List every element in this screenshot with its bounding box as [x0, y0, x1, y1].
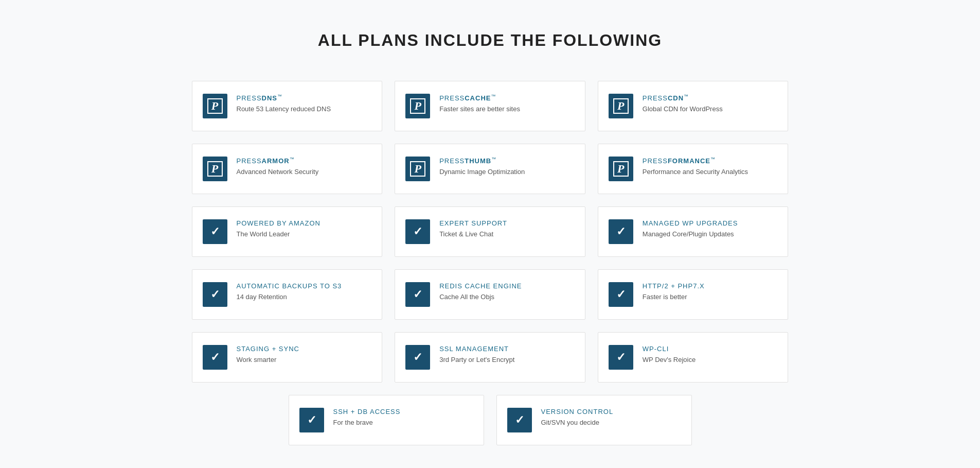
check-icon-wp-cli: ✓ — [609, 345, 633, 370]
check-icon-automatic-backups: ✓ — [203, 282, 227, 307]
feature-title-automatic-backups: AUTOMATIC BACKUPS TO S3 — [237, 282, 342, 290]
feature-card-ssh-db-access: ✓ SSH + DB ACCESS For the brave — [289, 395, 484, 445]
feature-desc-presscache: Faster sites are better sites — [439, 105, 520, 113]
feature-desc-automatic-backups: 14 day Retention — [237, 293, 342, 301]
feature-card-version-control: ✓ VERSION CONTROL Git/SVN you decide — [496, 395, 692, 445]
feature-card-pressformance: P PRESSFORMANCE™ Performance and Securit… — [598, 144, 789, 194]
feature-desc-pressthumb: Dynamic Image Optimization — [439, 168, 525, 176]
feature-title-wp-cli: WP-CLI — [643, 345, 696, 353]
feature-card-expert-support: ✓ EXPERT SUPPORT Ticket & Live Chat — [395, 206, 585, 257]
feature-title-ssh-db-access: SSH + DB ACCESS — [333, 408, 401, 415]
feature-card-http2-php7: ✓ HTTP/2 + PHP7.X Faster is better — [598, 269, 789, 320]
feature-title-expert-support: EXPERT SUPPORT — [439, 219, 507, 227]
feature-card-managed-wp-upgrades: ✓ MANAGED WP UPGRADES Managed Core/Plugi… — [598, 206, 789, 257]
feature-card-staging-sync: ✓ STAGING + SYNC Work smarter — [192, 332, 383, 383]
check-icon-version-control: ✓ — [507, 408, 532, 432]
check-icon-http2-php7: ✓ — [609, 282, 633, 307]
feature-title-staging-sync: STAGING + SYNC — [237, 345, 299, 353]
feature-title-pressthumb: PRESSTHUMB™ — [439, 157, 525, 165]
feature-desc-wp-cli: WP Dev's Rejoice — [643, 356, 696, 363]
feature-desc-managed-wp-upgrades: Managed Core/Plugin Updates — [643, 230, 738, 238]
feature-card-powered-by-amazon: ✓ POWERED BY AMAZON The World Leader — [192, 206, 383, 257]
feature-desc-expert-support: Ticket & Live Chat — [439, 230, 507, 238]
press-icon-pressformance: P — [609, 157, 633, 181]
feature-card-wp-cli: ✓ WP-CLI WP Dev's Rejoice — [598, 332, 789, 383]
press-icon-presscdn: P — [609, 94, 633, 118]
check-icon-redis-cache: ✓ — [405, 282, 430, 307]
feature-card-presscdn: P PRESSCDN™ Global CDN for WordPress — [598, 81, 789, 131]
check-icon-ssl-management: ✓ — [405, 345, 430, 370]
check-icon-ssh-db-access: ✓ — [299, 408, 324, 432]
feature-card-pressarmor: P PRESSARMOR™ Advanced Network Security — [192, 144, 383, 194]
check-icon-staging-sync: ✓ — [203, 345, 227, 370]
feature-desc-powered-by-amazon: The World Leader — [237, 230, 320, 238]
press-icon-pressdns: P — [203, 94, 227, 118]
feature-desc-http2-php7: Faster is better — [643, 293, 705, 301]
feature-card-automatic-backups: ✓ AUTOMATIC BACKUPS TO S3 14 day Retenti… — [192, 269, 383, 320]
feature-card-pressthumb: P PRESSTHUMB™ Dynamic Image Optimization — [395, 144, 585, 194]
feature-desc-ssl-management: 3rd Party or Let's Encrypt — [439, 356, 514, 363]
feature-desc-pressformance: Performance and Security Analytics — [643, 168, 748, 176]
check-icon-powered-by-amazon: ✓ — [203, 219, 227, 244]
feature-title-http2-php7: HTTP/2 + PHP7.X — [643, 282, 705, 290]
feature-title-presscdn: PRESSCDN™ — [643, 94, 723, 102]
feature-title-pressarmor: PRESSARMOR™ — [237, 157, 319, 165]
feature-desc-redis-cache: Cache All the Objs — [439, 293, 522, 301]
feature-desc-ssh-db-access: For the brave — [333, 419, 401, 426]
feature-title-version-control: VERSION CONTROL — [541, 408, 614, 415]
feature-card-presscache: P PRESSCACHE™ Faster sites are better si… — [395, 81, 585, 131]
press-icon-pressarmor: P — [203, 157, 227, 181]
press-icon-presscache: P — [405, 94, 430, 118]
feature-title-redis-cache: REDIS CACHE ENGINE — [439, 282, 522, 290]
check-icon-expert-support: ✓ — [405, 219, 430, 244]
feature-card-redis-cache: ✓ REDIS CACHE ENGINE Cache All the Objs — [395, 269, 585, 320]
feature-desc-staging-sync: Work smarter — [237, 356, 299, 363]
feature-title-powered-by-amazon: POWERED BY AMAZON — [237, 219, 320, 227]
feature-title-managed-wp-upgrades: MANAGED WP UPGRADES — [643, 219, 738, 227]
feature-title-presscache: PRESSCACHE™ — [439, 94, 520, 102]
feature-card-ssl-management: ✓ SSL MANAGEMENT 3rd Party or Let's Encr… — [395, 332, 585, 383]
feature-card-pressdns: P PRESSDNS™ Route 53 Latency reduced DNS — [192, 81, 383, 131]
press-icon-pressthumb: P — [405, 157, 430, 181]
feature-desc-presscdn: Global CDN for WordPress — [643, 105, 723, 113]
feature-title-pressdns: PRESSDNS™ — [237, 94, 331, 102]
check-icon-managed-wp-upgrades: ✓ — [609, 219, 633, 244]
feature-title-ssl-management: SSL MANAGEMENT — [439, 345, 514, 353]
feature-title-pressformance: PRESSFORMANCE™ — [643, 157, 748, 165]
feature-desc-pressdns: Route 53 Latency reduced DNS — [237, 105, 331, 113]
page-title: ALL PLANS INCLUDE THE FOLLOWING — [192, 31, 789, 50]
feature-desc-pressarmor: Advanced Network Security — [237, 168, 319, 176]
feature-desc-version-control: Git/SVN you decide — [541, 419, 614, 426]
